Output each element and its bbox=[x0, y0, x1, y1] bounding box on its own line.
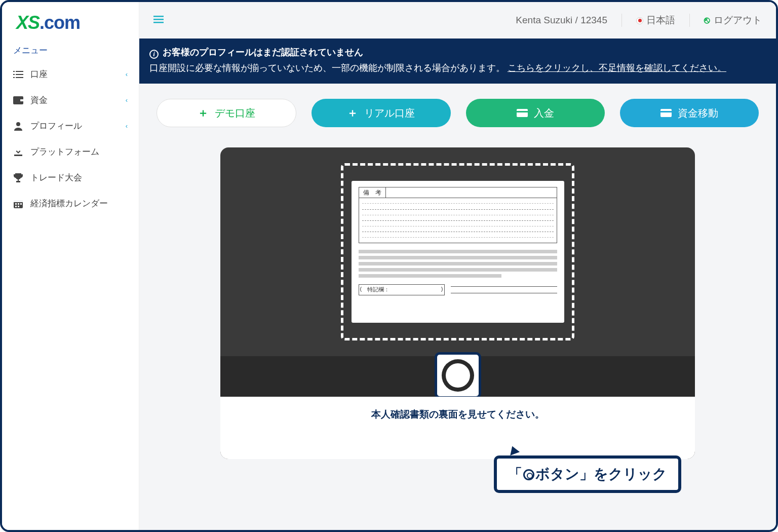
real-account-button[interactable]: ＋ リアル口座 bbox=[312, 99, 450, 127]
chevron-left-icon: ‹ bbox=[126, 122, 128, 130]
button-label: リアル口座 bbox=[364, 106, 415, 120]
notice-title: iお客様のプロフィールはまだ認証されていません bbox=[149, 45, 766, 60]
svg-rect-4 bbox=[13, 77, 15, 78]
svg-rect-23 bbox=[660, 111, 672, 112]
chevron-left-icon: ‹ bbox=[126, 96, 128, 104]
doc-label: 備 考 bbox=[359, 187, 386, 198]
sidebar-item-label: プラットフォーム bbox=[30, 146, 99, 158]
sidebar-item-label: トレード大会 bbox=[30, 172, 82, 183]
svg-rect-1 bbox=[16, 71, 23, 72]
notice-banner: iお客様のプロフィールはまだ認証されていません 口座開設に必要な情報が揃っていな… bbox=[139, 39, 776, 84]
svg-rect-0 bbox=[13, 71, 15, 72]
plus-icon: ＋ bbox=[198, 105, 209, 121]
tokki-label: 特記欄： bbox=[367, 286, 390, 292]
calendar-icon bbox=[13, 199, 23, 208]
list-icon bbox=[13, 70, 23, 79]
svg-point-8 bbox=[16, 122, 20, 126]
svg-rect-13 bbox=[18, 203, 19, 205]
svg-rect-18 bbox=[153, 19, 164, 20]
sidebar-item-label: 経済指標カレンダー bbox=[30, 198, 108, 209]
info-icon: i bbox=[149, 50, 159, 59]
svg-rect-11 bbox=[14, 200, 23, 202]
svg-rect-19 bbox=[153, 22, 164, 23]
logo-xs: XS bbox=[16, 12, 40, 33]
svg-rect-3 bbox=[16, 74, 23, 75]
button-label: 入金 bbox=[534, 106, 554, 120]
capture-instruction: 本人確認書類の裏面を見せてください。 bbox=[371, 408, 544, 421]
capture-card: 備 考 特記欄： bbox=[220, 147, 695, 459]
svg-rect-9 bbox=[14, 155, 22, 156]
chevron-left-icon: ‹ bbox=[126, 70, 128, 78]
shutter-inner-icon bbox=[446, 363, 470, 388]
action-buttons: ＋ デモ口座 ＋ リアル口座 入金 資金移動 bbox=[139, 84, 776, 132]
sidebar: XS.com メニュー 口座 ‹ 資金 ‹ プロフィール ‹ bbox=[2, 2, 139, 530]
menu-toggle-button[interactable] bbox=[153, 14, 164, 26]
menu-title: メニュー bbox=[2, 39, 139, 61]
logout-label: ログアウト bbox=[714, 15, 762, 25]
button-label: デモ口座 bbox=[215, 106, 255, 120]
hamburger-icon bbox=[153, 14, 164, 24]
topbar: Kenta Suzuki / 12345 日本語 ⎋ログアウト bbox=[139, 2, 776, 39]
circle-icon bbox=[523, 469, 534, 480]
svg-rect-7 bbox=[20, 99, 23, 101]
svg-rect-14 bbox=[20, 203, 22, 205]
deposit-button[interactable]: 入金 bbox=[466, 99, 605, 127]
user-label: Kenta Suzuki / 12345 bbox=[516, 15, 607, 26]
download-icon bbox=[13, 147, 23, 157]
document-preview: 備 考 特記欄： bbox=[352, 181, 564, 323]
sidebar-item-profile[interactable]: プロフィール ‹ bbox=[2, 113, 139, 139]
sidebar-item-calendar[interactable]: 経済指標カレンダー bbox=[2, 191, 139, 216]
language-label: 日本語 bbox=[646, 15, 675, 25]
shutter-outer-icon bbox=[442, 359, 474, 392]
svg-rect-15 bbox=[15, 206, 17, 207]
card-icon bbox=[517, 109, 528, 117]
tooltip-callout: 「ボタン」をクリック bbox=[494, 455, 681, 493]
logo-com: com bbox=[44, 12, 80, 33]
logout-icon: ⎋ bbox=[704, 15, 710, 25]
svg-rect-2 bbox=[13, 74, 15, 75]
shutter-bar bbox=[220, 356, 695, 397]
logo: XS.com bbox=[2, 5, 139, 39]
logo-dot: . bbox=[40, 12, 44, 33]
sidebar-item-platform[interactable]: プラットフォーム bbox=[2, 139, 139, 165]
capture-panel: 備 考 特記欄： bbox=[139, 132, 776, 459]
shutter-button[interactable] bbox=[435, 352, 481, 399]
divider bbox=[621, 14, 622, 27]
svg-rect-12 bbox=[15, 203, 17, 205]
svg-rect-16 bbox=[18, 206, 19, 207]
notice-link[interactable]: こちらをクリックし、不足情報を確認してください。 bbox=[508, 63, 726, 73]
notice-body: 口座開設に必要な情報が揃っていないため、一部の機能が制限される場合があります。 … bbox=[149, 60, 766, 76]
logout-button[interactable]: ⎋ログアウト bbox=[704, 14, 762, 27]
svg-rect-22 bbox=[660, 109, 672, 117]
sidebar-item-contest[interactable]: トレード大会 bbox=[2, 165, 139, 191]
button-label: 資金移動 bbox=[678, 106, 718, 120]
flag-jp-icon bbox=[636, 17, 643, 24]
sidebar-item-label: プロフィール bbox=[30, 120, 82, 132]
svg-rect-5 bbox=[16, 77, 23, 78]
demo-account-button[interactable]: ＋ デモ口座 bbox=[157, 99, 296, 127]
capture-frame: 備 考 特記欄： bbox=[341, 163, 574, 340]
sidebar-item-label: 口座 bbox=[30, 68, 48, 80]
transfer-button[interactable]: 資金移動 bbox=[620, 99, 759, 127]
svg-rect-21 bbox=[517, 111, 528, 112]
card-icon bbox=[660, 109, 672, 117]
wallet-icon bbox=[13, 96, 23, 105]
divider bbox=[689, 14, 690, 27]
plus-icon: ＋ bbox=[347, 105, 358, 121]
main: Kenta Suzuki / 12345 日本語 ⎋ログアウト iお客様のプロフ… bbox=[139, 2, 776, 530]
trophy-icon bbox=[13, 173, 23, 182]
svg-rect-20 bbox=[517, 109, 528, 117]
sidebar-item-funds[interactable]: 資金 ‹ bbox=[2, 87, 139, 113]
sidebar-item-label: 資金 bbox=[30, 94, 48, 106]
language-selector[interactable]: 日本語 bbox=[636, 14, 675, 27]
svg-rect-17 bbox=[153, 16, 164, 17]
capture-footer: 本人確認書類の裏面を見せてください。 bbox=[220, 397, 695, 459]
camera-area: 備 考 特記欄： bbox=[220, 147, 695, 356]
sidebar-item-accounts[interactable]: 口座 ‹ bbox=[2, 61, 139, 87]
user-icon bbox=[13, 122, 23, 131]
